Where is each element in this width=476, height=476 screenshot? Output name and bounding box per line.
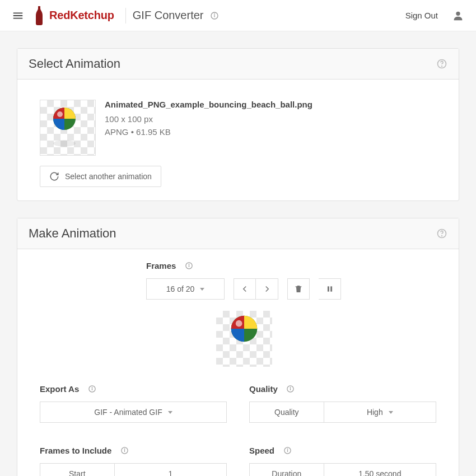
svg-point-8 (57, 111, 63, 117)
file-dimensions: 100 x 100 px (105, 113, 312, 125)
export-as-value: GIF - Animated GIF (94, 408, 162, 417)
info-icon[interactable] (282, 445, 292, 455)
quality-cell-label: Quality (249, 402, 324, 423)
app-header: RedKetchup GIF Converter Sign Out (0, 0, 476, 31)
brand-logo[interactable]: RedKetchup (31, 6, 121, 25)
animation-thumbnail (40, 100, 96, 156)
beachball-icon (228, 313, 260, 344)
export-as-field: Export As GIF - Animated GIF (40, 384, 227, 423)
quality-select[interactable]: High (324, 402, 436, 423)
bottle-icon (34, 6, 45, 25)
info-icon[interactable] (119, 445, 129, 455)
help-icon[interactable] (436, 58, 447, 69)
svg-point-26 (124, 449, 125, 449)
brand-name: RedKetchup (49, 9, 114, 22)
svg-point-6 (53, 140, 76, 147)
select-another-label: Select another animation (65, 172, 152, 181)
frame-preview (216, 311, 272, 367)
panel-header: Make Animation (17, 218, 459, 249)
frames-start-input[interactable]: 1 (115, 463, 227, 476)
pause-icon (326, 285, 334, 293)
file-type-size: APNG • 61.95 KB (105, 125, 312, 138)
frame-nav-group (234, 278, 278, 300)
chevron-down-icon (168, 411, 172, 414)
page-title: GIF Converter (130, 9, 206, 22)
svg-point-13 (189, 264, 189, 264)
quality-value: High (367, 408, 383, 417)
info-icon[interactable] (184, 260, 194, 270)
sign-out-link[interactable]: Sign Out (399, 6, 445, 25)
quality-field: Quality Quality High (249, 384, 436, 423)
reload-icon (49, 171, 59, 181)
profile-button[interactable] (445, 2, 472, 29)
menu-button[interactable] (4, 2, 31, 29)
frames-start-label: Start (40, 463, 115, 476)
divider (125, 8, 126, 24)
next-frame-button[interactable] (256, 278, 278, 300)
frames-label: Frames (146, 261, 176, 270)
svg-rect-14 (327, 286, 329, 291)
frames-include-field: Frames to Include Start 1 (40, 445, 227, 476)
info-icon[interactable] (87, 384, 97, 394)
svg-point-3 (456, 11, 460, 15)
export-as-label: Export As (40, 384, 79, 394)
svg-point-2 (214, 13, 214, 14)
duration-label: Duration (249, 463, 324, 476)
frames-include-label: Frames to Include (40, 446, 111, 455)
frame-select[interactable]: 16 of 20 (146, 278, 225, 300)
frames-area: Frames 16 of 20 (146, 260, 436, 367)
help-icon[interactable] (436, 228, 447, 239)
select-animation-panel: Select Animation (17, 48, 459, 201)
pause-button[interactable] (319, 278, 341, 300)
speed-label: Speed (249, 446, 274, 455)
svg-point-17 (236, 320, 242, 327)
svg-point-10 (442, 236, 442, 236)
frames-start-value: 1 (168, 469, 172, 476)
panel-title: Make Animation (29, 226, 116, 241)
info-icon[interactable] (286, 384, 296, 394)
beachball-icon (51, 105, 85, 150)
delete-frame-button[interactable] (287, 278, 310, 300)
svg-rect-15 (330, 286, 332, 291)
trash-icon (294, 284, 303, 293)
quality-label: Quality (249, 384, 278, 394)
panel-header: Select Animation (17, 49, 459, 80)
chevron-right-icon (262, 284, 272, 294)
chevron-down-icon (200, 288, 204, 291)
content: Select Animation (0, 31, 476, 476)
speed-field: Speed Duration 1.50 second (249, 445, 436, 476)
svg-point-23 (291, 387, 291, 388)
file-meta: Animated_PNG_example_bouncing_beach_ball… (105, 100, 312, 139)
info-icon[interactable] (209, 11, 220, 21)
svg-point-20 (92, 387, 92, 388)
export-as-select[interactable]: GIF - Animated GIF (40, 402, 227, 423)
chevron-left-icon (240, 284, 250, 294)
options-grid: Export As GIF - Animated GIF (40, 384, 436, 476)
svg-point-5 (442, 66, 442, 67)
select-another-button[interactable]: Select another animation (40, 166, 161, 187)
panel-title: Select Animation (29, 57, 120, 71)
file-row: Animated_PNG_example_bouncing_beach_ball… (40, 91, 436, 166)
make-animation-panel: Make Animation Frames 16 of 20 (17, 218, 459, 476)
svg-point-29 (287, 449, 288, 449)
chevron-down-icon (389, 411, 393, 414)
frames-controls: 16 of 20 (146, 278, 436, 300)
frame-position: 16 of 20 (166, 284, 195, 293)
frames-label-row: Frames (146, 260, 436, 270)
menu-icon (12, 10, 24, 22)
duration-input[interactable]: 1.50 second (324, 463, 436, 476)
duration-value: 1.50 second (358, 469, 401, 476)
file-name: Animated_PNG_example_bouncing_beach_ball… (105, 100, 312, 109)
profile-icon (452, 10, 464, 22)
prev-frame-button[interactable] (234, 278, 256, 300)
